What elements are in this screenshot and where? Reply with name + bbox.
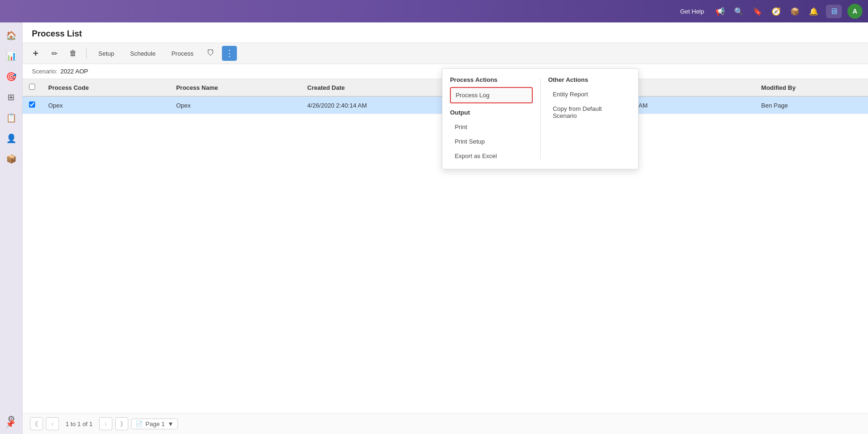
search-icon[interactable]: 🔍 <box>732 5 745 18</box>
other-actions-col: Other Actions Entity Report Copy from De… <box>541 74 639 163</box>
pagination: ⟪ ‹ 1 to 1 of 1 › ⟫ 📄 Page 1 ▼ <box>22 413 868 434</box>
schedule-button[interactable]: Schedule <box>124 46 162 61</box>
print-item[interactable]: Print <box>450 120 533 134</box>
first-page-button[interactable]: ⟪ <box>30 417 43 430</box>
megaphone-icon[interactable]: 📢 <box>714 5 727 18</box>
sidebar-item-package[interactable]: 📦 <box>2 150 21 168</box>
copy-from-default-item[interactable]: Copy from Default Scenario <box>548 101 631 123</box>
page-selector[interactable]: 📄 Page 1 ▼ <box>131 419 178 429</box>
sidebar-item-user[interactable]: 👤 <box>2 129 21 148</box>
col-checkbox <box>22 79 42 96</box>
next-page-button[interactable]: › <box>99 417 112 430</box>
sidebar: 🏠 📊 🎯 ⊞ 📋 👤 📦 ⚙ <box>0 22 22 434</box>
toolbar-divider-1 <box>86 48 87 59</box>
row-modified-by: Ben Page <box>755 96 868 114</box>
entity-report-item[interactable]: Entity Report <box>548 87 631 101</box>
col-process-name: Process Name <box>169 79 301 96</box>
bookmark-icon[interactable]: 🔖 <box>751 5 764 18</box>
filter-button[interactable]: ⛉ <box>203 46 218 61</box>
content-area: Process List + ✏ 🗑 Setup Schedule Proces… <box>22 22 868 434</box>
page-info: 1 to 1 of 1 <box>66 420 93 427</box>
select-all-checkbox[interactable] <box>29 84 35 90</box>
sidebar-item-grid[interactable]: ⊞ <box>2 88 21 107</box>
toolbar: + ✏ 🗑 Setup Schedule Process ⛉ ⋮ Process… <box>22 43 868 64</box>
sidebar-item-dashboard[interactable]: 📊 <box>2 47 21 65</box>
other-actions-header: Other Actions <box>548 74 631 87</box>
print-setup-item[interactable]: Print Setup <box>450 134 533 149</box>
page-title: Process List <box>32 29 859 39</box>
col-modified-by: Modified By <box>755 79 868 96</box>
page-label: Page 1 <box>146 420 165 427</box>
app-switcher[interactable]: 🖥 <box>826 5 842 18</box>
more-button[interactable]: ⋮ <box>222 46 237 61</box>
sidebar-item-list[interactable]: 📋 <box>2 108 21 127</box>
edit-button[interactable]: ✏ <box>47 46 62 61</box>
last-page-button[interactable]: ⟫ <box>115 417 128 430</box>
sidebar-item-target[interactable]: 🎯 <box>2 67 21 86</box>
main-layout: 🏠 📊 🎯 ⊞ 📋 👤 📦 ⚙ Process List + ✏ 🗑 Setup… <box>0 22 868 434</box>
more-icon: ⋮ <box>225 48 234 58</box>
avatar[interactable]: A <box>847 4 862 19</box>
scenario-value: 2022 AOP <box>60 68 88 75</box>
sidebar-item-home[interactable]: 🏠 <box>2 26 21 45</box>
export-excel-item[interactable]: Export as Excel <box>450 149 533 163</box>
output-header: Output <box>450 103 533 120</box>
delete-button[interactable]: 🗑 <box>66 46 81 61</box>
row-process-name: Opex <box>169 96 301 114</box>
col-process-code: Process Code <box>42 79 169 96</box>
process-log-item[interactable]: Process Log <box>450 87 533 103</box>
get-help-label[interactable]: Get Help <box>680 8 704 15</box>
page-dropdown-icon: ▼ <box>168 420 174 427</box>
process-button[interactable]: Process <box>165 46 199 61</box>
app-icon: 🖥 <box>830 7 838 16</box>
row-checkbox-cell <box>22 96 42 114</box>
bell-icon[interactable]: 🔔 <box>807 5 820 18</box>
scenario-label: Scenario: <box>32 68 58 75</box>
row-process-code: Opex <box>42 96 169 114</box>
dropdown-menu: Process Actions Process Log Output Print… <box>442 68 639 169</box>
process-actions-header: Process Actions <box>450 74 533 87</box>
page-icon: 📄 <box>135 420 143 427</box>
page-title-bar: Process List <box>22 22 868 43</box>
dropdown-columns: Process Actions Process Log Output Print… <box>442 74 638 163</box>
top-header: Get Help 📢 🔍 🔖 🧭 📦 🔔 🖥 A <box>0 0 868 22</box>
add-button[interactable]: + <box>28 46 43 61</box>
process-actions-col: Process Actions Process Log Output Print… <box>442 74 540 163</box>
pin-icon[interactable]: 📌 <box>6 420 15 428</box>
row-checkbox[interactable] <box>29 101 35 108</box>
prev-page-button[interactable]: ‹ <box>46 417 59 430</box>
cube-icon[interactable]: 📦 <box>788 5 802 18</box>
setup-button[interactable]: Setup <box>92 46 120 61</box>
compass-icon[interactable]: 🧭 <box>770 5 783 18</box>
